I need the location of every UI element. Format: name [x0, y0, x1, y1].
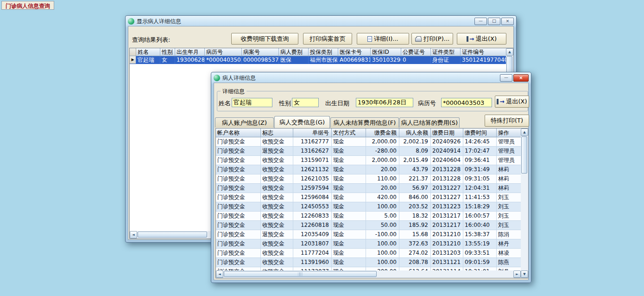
- tab-label: 病人未结算费用信息(F): [334, 119, 396, 127]
- tab-label: 病人已结算的费用(S): [401, 119, 458, 127]
- horizontal-scrollbar-thumb[interactable]: [138, 232, 207, 238]
- table-row[interactable]: 门诊预交金收预交金12450553现金100.00203.52201312231…: [216, 202, 529, 212]
- tab-label: 病人账户信息(Z): [222, 119, 267, 127]
- cell: 20131228: [431, 174, 463, 184]
- horizontal-scrollbar[interactable]: ◄ ►: [216, 270, 521, 278]
- vertical-scrollbar-thumb[interactable]: [521, 136, 527, 174]
- column-header[interactable]: 单据号: [293, 129, 332, 137]
- form-tab-outpatient-query[interactable]: 门诊病人信息查询: [1, 1, 54, 10]
- scroll-right-button[interactable]: ►: [513, 270, 521, 278]
- tab-patient-payment-info[interactable]: 病人交费信息(G): [274, 116, 330, 128]
- detail-window-titlebar[interactable]: 病人详细信息 — ×: [214, 73, 529, 83]
- cell: 门诊预交金: [216, 221, 261, 230]
- column-header[interactable]: 缴费时间: [463, 129, 497, 137]
- column-header[interactable]: 证件编号: [461, 48, 508, 56]
- table-row[interactable]: 门诊预交金收预交金12621035现金110.00221.37201312280…: [216, 174, 529, 184]
- table-row[interactable]: 门诊预交金收预交金13159071现金2,000.002,015.4920240…: [216, 156, 529, 165]
- scroll-left-button[interactable]: ◄: [216, 270, 223, 278]
- table-row[interactable]: 门诊预交金收预交金13162777现金2,000.002,002.1920240…: [216, 137, 529, 147]
- cell: 福州市医保: [309, 56, 338, 64]
- detail-window: 病人详细信息 — × 详细信息 姓名 性别 出生日期 病历号 → 退出(X) 病…: [211, 72, 531, 283]
- printer-icon: [415, 38, 422, 42]
- maximize-button[interactable]: □: [488, 18, 500, 25]
- tab-unsettled-fee-info[interactable]: 病人未结算费用信息(F): [330, 117, 399, 128]
- detail-button[interactable]: 详细(I)...: [357, 33, 409, 45]
- column-header[interactable]: 姓名: [136, 48, 160, 56]
- scroll-left-button[interactable]: ◄: [130, 231, 137, 238]
- cell: 12260833: [293, 212, 332, 221]
- birthdate-label: 出生日期: [325, 99, 349, 108]
- column-header[interactable]: 病案号: [242, 48, 279, 56]
- cell: 8.09: [399, 147, 431, 156]
- column-header[interactable]: 性别: [160, 48, 175, 56]
- gender-label: 性别: [279, 99, 291, 108]
- cell: 身份证: [431, 56, 461, 64]
- tab-settled-fee-info[interactable]: 病人已结算的费用(S): [399, 117, 460, 128]
- download-query-button[interactable]: 收费明细下载查询: [231, 33, 298, 45]
- print-button[interactable]: 打印(P)...: [411, 33, 453, 45]
- cell: 12597594: [293, 184, 332, 193]
- column-header[interactable]: 投保类别: [309, 48, 338, 56]
- cell: 收预交金: [261, 156, 293, 165]
- cell: 13159071: [293, 156, 332, 165]
- table-row[interactable]: 门诊预交金收预交金11777204现金100.00274.02201312030…: [216, 249, 529, 258]
- column-header[interactable]: 帐户名称: [216, 129, 261, 137]
- minimize-button[interactable]: —: [500, 74, 512, 82]
- gender-field[interactable]: [292, 98, 319, 107]
- table-row[interactable]: 门诊预交金收预交金12260818现金50.00185.922013121716…: [216, 221, 529, 230]
- main-window-titlebar[interactable]: 显示病人详细信息 — □ ×: [128, 17, 514, 26]
- column-header[interactable]: 支付方式: [332, 129, 366, 137]
- vertical-scrollbar[interactable]: ▲ ▼: [521, 129, 528, 278]
- cell: 350103290: [371, 56, 401, 64]
- close-button[interactable]: ×: [513, 74, 529, 82]
- column-header[interactable]: 缴费日期: [431, 129, 463, 137]
- table-row[interactable]: ▶官起瑞女19300628*00004035030000098537医保福州市医…: [130, 56, 508, 64]
- cell: 15.68: [399, 230, 431, 239]
- column-header[interactable]: 病人余额: [399, 129, 431, 137]
- column-header[interactable]: 医保卡号: [338, 48, 371, 56]
- cell: 208.78: [399, 258, 431, 267]
- table-row[interactable]: 门诊预交金收预交金12621132现金20.0043.792013122809:…: [216, 165, 529, 174]
- cell: 20240604: [431, 156, 463, 165]
- scroll-up-button[interactable]: ▲: [521, 129, 528, 136]
- cell: 现金: [332, 202, 366, 212]
- column-header[interactable]: 病人费别: [279, 48, 309, 56]
- result-list-label: 查询结果列表:: [132, 36, 170, 44]
- column-header[interactable]: 病历号: [205, 48, 242, 56]
- exit-icon: →: [467, 36, 474, 42]
- table-row[interactable]: 门诊预交金收预交金12596084现金420.00846.00201312271…: [216, 193, 529, 202]
- cell: 20240926: [431, 137, 463, 147]
- cell: 100.00: [366, 258, 399, 267]
- column-header[interactable]: 公费证号: [401, 48, 431, 56]
- cell: 20131217: [431, 212, 463, 221]
- table-row[interactable]: 门诊预交金收预交金12260833现金5.0018.322013121716:0…: [216, 212, 529, 221]
- exit-button[interactable]: → 退出(X): [457, 33, 506, 45]
- cell: 收预交金: [261, 165, 293, 174]
- medical-record-field[interactable]: [441, 98, 492, 107]
- scroll-down-button[interactable]: ▼: [521, 270, 528, 278]
- horizontal-scrollbar-thumb[interactable]: [224, 271, 377, 277]
- app-logo-icon: [214, 75, 220, 81]
- close-button[interactable]: ×: [501, 18, 514, 25]
- cell: 现金: [332, 249, 366, 258]
- column-header[interactable]: 医保ID: [371, 48, 401, 56]
- column-header[interactable]: 标志: [261, 129, 293, 137]
- name-field[interactable]: [232, 98, 272, 107]
- table-row[interactable]: 门诊预交金退预交金13162627现金-280.008.092024091417…: [216, 147, 529, 156]
- print-medical-cover-button[interactable]: 打印病案首页: [303, 33, 352, 45]
- table-row[interactable]: 门诊预交金退预交金12035409现金-100.0015.68201312101…: [216, 230, 529, 239]
- tab-patient-account-info[interactable]: 病人账户信息(Z): [215, 117, 274, 128]
- cell: 现金: [332, 165, 366, 174]
- table-row[interactable]: 门诊预交金收预交金11391960现金100.00208.78201311210…: [216, 258, 529, 267]
- column-header[interactable]: 证件类型: [431, 48, 461, 56]
- birthdate-field[interactable]: [356, 98, 413, 107]
- minimize-button[interactable]: —: [474, 18, 487, 25]
- special-print-button[interactable]: 特殊打印(T): [485, 115, 529, 127]
- column-header[interactable]: 缴费金额: [366, 129, 399, 137]
- scroll-up-button[interactable]: ▲: [506, 48, 513, 56]
- table-row[interactable]: 门诊预交金收预交金12031807现金100.00372.63201312101…: [216, 239, 529, 249]
- cell: 门诊预交金: [216, 174, 261, 184]
- table-row[interactable]: 门诊预交金收预交金12597594现金20.0056.972013122712:…: [216, 184, 529, 193]
- exit-button[interactable]: → 退出(X): [495, 96, 529, 108]
- column-header[interactable]: 出生年月: [175, 48, 205, 56]
